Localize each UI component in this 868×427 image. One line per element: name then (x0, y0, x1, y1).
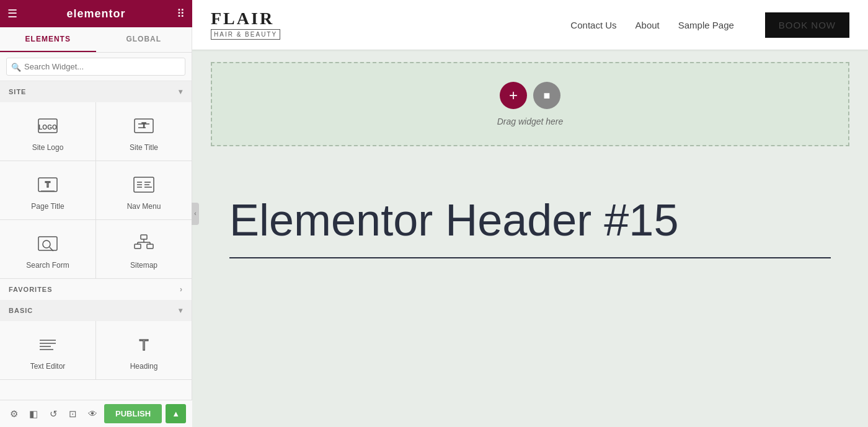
section-favorites[interactable]: FAVORITES › (0, 279, 192, 300)
svg-text:LOGO: LOGO (38, 124, 57, 131)
preview-icon-btn[interactable]: 👁 (84, 405, 100, 423)
widget-search-form-label: Search Form (26, 261, 69, 270)
widget-page-title[interactable]: T Page Title (0, 161, 95, 219)
widget-site-title[interactable]: T Site Title (96, 102, 192, 161)
svg-point-17 (43, 240, 50, 248)
hero-title: Elementor Header #15 (229, 196, 831, 245)
nav-menu-icon (130, 172, 158, 197)
book-now-button[interactable]: BOOK NOW (765, 12, 849, 38)
page-title-icon: T (33, 172, 62, 197)
sitemap-icon (130, 231, 158, 256)
section-basic[interactable]: BASIC ▾ (0, 300, 192, 321)
section-favorites-arrow: › (180, 285, 183, 294)
search-input[interactable] (6, 58, 185, 76)
widget-page-title-label: Page Title (31, 202, 64, 211)
widget-heading-label: Heading (130, 362, 158, 371)
svg-rect-19 (141, 235, 147, 239)
collapse-handle[interactable]: ‹ (192, 203, 199, 225)
hero-section: Elementor Header #15 (192, 159, 868, 427)
widget-sitemap-label: Sitemap (130, 261, 157, 270)
responsive-icon-btn[interactable]: ⊡ (65, 405, 81, 423)
drop-zone: + ■ Drag widget here (211, 62, 849, 146)
svg-text:T: T (142, 121, 146, 129)
sidebar-topbar: ☰ elementor ⠿ (0, 0, 192, 27)
section-basic-label: BASIC (9, 307, 33, 314)
hamburger-icon[interactable]: ☰ (7, 7, 17, 20)
panel-tabs: ELEMENTS GLOBAL (0, 27, 192, 53)
drop-zone-text: Drag widget here (497, 117, 564, 126)
search-form-icon (33, 231, 62, 256)
search-bar-container: 🔍 (0, 53, 192, 81)
drop-zone-buttons: + ■ (500, 82, 560, 109)
history-icon-btn[interactable]: ↺ (45, 405, 61, 423)
widget-site-logo-label: Site Logo (32, 143, 64, 152)
svg-rect-9 (134, 177, 154, 192)
svg-rect-20 (135, 244, 141, 249)
widget-text-editor-label: Text Editor (30, 362, 66, 371)
search-icon: 🔍 (11, 62, 21, 71)
add-widget-button[interactable]: + (500, 82, 527, 109)
svg-rect-21 (147, 244, 153, 249)
site-navigation: Contact Us About Sample Page BOOK NOW (570, 12, 849, 38)
settings-icon-btn[interactable]: ⚙ (6, 405, 22, 423)
stop-button[interactable]: ■ (533, 82, 560, 109)
elementor-logo: elementor (66, 7, 125, 20)
site-logo-sub: HAIR & BEAUTY (211, 29, 280, 40)
section-favorites-label: FAVORITES (9, 286, 53, 293)
hero-divider (229, 257, 831, 258)
layers-icon-btn[interactable]: ◧ (26, 405, 42, 423)
bottom-toolbar: ⚙ ◧ ↺ ⊡ 👁 PUBLISH ▲ (0, 400, 192, 427)
site-widgets-grid: LOGO Site Logo T Site Title T Page Ti (0, 102, 192, 279)
text-editor-icon (33, 332, 62, 357)
nav-link-about[interactable]: About (636, 20, 660, 30)
basic-widgets-grid: Text Editor T Heading (0, 321, 192, 380)
publish-arrow-button[interactable]: ▲ (166, 404, 186, 423)
nav-link-contact[interactable]: Contact Us (570, 20, 616, 30)
widget-text-editor[interactable]: Text Editor (0, 321, 95, 379)
heading-icon: T (130, 332, 158, 357)
site-logo-main: FLAIR (211, 10, 280, 27)
section-basic-arrow: ▾ (179, 306, 183, 315)
widget-site-title-label: Site Title (130, 143, 158, 152)
publish-button[interactable]: PUBLISH (104, 404, 162, 423)
widget-nav-menu-label: Nav Menu (127, 202, 161, 211)
sidebar-content: SITE ▾ LOGO Site Logo T Site Title (0, 81, 192, 427)
grid-icon[interactable]: ⠿ (177, 7, 185, 20)
tab-global[interactable]: GLOBAL (96, 27, 192, 52)
widget-search-form[interactable]: Search Form (0, 220, 95, 278)
site-navbar: FLAIR HAIR & BEAUTY Contact Us About Sam… (192, 0, 868, 50)
site-logo-area: FLAIR HAIR & BEAUTY (211, 10, 280, 40)
tab-elements[interactable]: ELEMENTS (0, 27, 96, 52)
nav-link-sample[interactable]: Sample Page (678, 20, 734, 30)
canvas-area: FLAIR HAIR & BEAUTY Contact Us About Sam… (192, 0, 868, 427)
svg-text:T: T (45, 180, 50, 189)
site-logo-icon: LOGO (33, 113, 62, 138)
widget-nav-menu[interactable]: Nav Menu (96, 161, 192, 219)
svg-text:T: T (140, 337, 149, 353)
section-site-label: SITE (9, 88, 26, 95)
widget-site-logo[interactable]: LOGO Site Logo (0, 102, 95, 161)
widget-sitemap[interactable]: Sitemap (96, 220, 192, 278)
site-title-icon: T (130, 113, 158, 138)
section-site[interactable]: SITE ▾ (0, 81, 192, 102)
widget-heading[interactable]: T Heading (96, 321, 192, 379)
section-site-arrow: ▾ (179, 87, 183, 96)
svg-rect-16 (38, 237, 57, 250)
